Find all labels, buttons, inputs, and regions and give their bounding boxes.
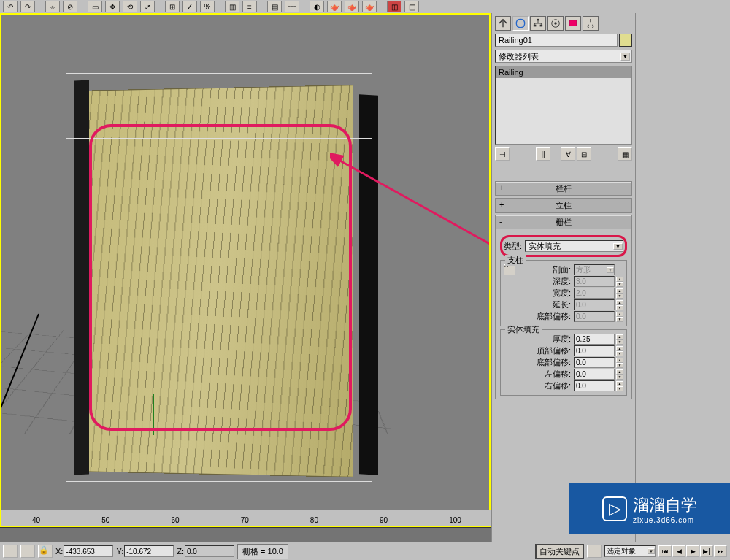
watermark-title: 溜溜自学 [633, 496, 697, 514]
tab-utilities[interactable] [583, 16, 599, 31]
prev-frame-button[interactable]: ◀ [672, 545, 685, 557]
configure-stack-button[interactable]: ▦ [618, 147, 632, 161]
pillar-group: 支柱 ∷ 剖面: 方形 深度: 3.0 ▲▼ 宽度: 2.0 ▲▼ [500, 260, 627, 326]
y-coord-field[interactable] [124, 545, 174, 557]
bottom-offset-label: 底部偏移: [537, 357, 571, 368]
playback-controls: ⏮ ◀ ▶ ▶| ⏭ [658, 545, 727, 557]
top-spin-arrows[interactable]: ▲▼ [616, 346, 623, 356]
set-key-button[interactable] [587, 545, 602, 558]
tool-angle[interactable]: ∠ [182, 1, 197, 12]
svg-point-5 [554, 22, 557, 25]
script-listener-button[interactable] [3, 545, 18, 558]
next-frame-button[interactable]: ▶| [700, 545, 713, 557]
tool-material[interactable]: ◐ [310, 1, 324, 12]
goto-end-button[interactable]: ⏭ [714, 545, 727, 557]
tool-undo[interactable]: ↶ [3, 1, 18, 12]
width-spinner: 2.0 [574, 288, 615, 299]
key-filter-dropdown[interactable]: 选定对象 [604, 545, 656, 557]
tool-snap[interactable]: ⊞ [165, 1, 180, 12]
rollout-fence: -栅栏 类型: 实体填充 支柱 ∷ 剖面: 方形 深度: 3.0 ▲▼ [495, 215, 632, 399]
type-label: 类型: [504, 241, 522, 252]
rollout-header-posts[interactable]: +立柱 [496, 199, 631, 212]
width-label: 宽度: [553, 288, 571, 299]
x-coord-field[interactable] [64, 545, 113, 557]
tool-custom-1[interactable]: ◫ [387, 1, 402, 12]
tool-mirror[interactable]: ▥ [225, 1, 239, 12]
tab-display[interactable] [565, 16, 581, 31]
pillar-group-title: 支柱 [505, 255, 526, 266]
z-coord-field[interactable] [185, 545, 234, 557]
stack-btn-1[interactable]: || [536, 147, 550, 161]
top-offset-spinner[interactable]: 0.0 [574, 345, 615, 356]
svg-rect-6 [569, 20, 577, 26]
play-button[interactable]: ▶ [686, 545, 699, 557]
tool-select[interactable]: ▭ [88, 1, 102, 12]
grid-readout: 栅格 = 10.0 [237, 544, 288, 559]
thickness-spinner[interactable]: 0.25 [574, 334, 615, 345]
tool-render-setup[interactable]: 🫖 [327, 1, 342, 12]
stack-btn-3[interactable]: ⊟ [577, 147, 591, 161]
z-label: Z: [177, 547, 184, 556]
goto-start-button[interactable]: ⏮ [658, 545, 672, 557]
pillar-bottom-spin-arrows: ▲▼ [616, 312, 623, 322]
right-offset-spinner[interactable]: 0.0 [574, 380, 615, 391]
timeline-track[interactable] [0, 527, 491, 542]
tool-layer[interactable]: ▤ [267, 1, 282, 12]
tool-percent[interactable]: % [200, 1, 215, 12]
rollout-railing: +栏杆 [495, 181, 632, 196]
picket-spacing-button[interactable]: ∷ [504, 264, 515, 275]
tool-unlink[interactable]: ⊘ [63, 1, 77, 12]
stack-btn-2[interactable]: ∀ [561, 147, 575, 161]
left-spin-arrows[interactable]: ▲▼ [616, 369, 623, 380]
left-offset-spinner[interactable]: 0.0 [574, 369, 615, 380]
pin-stack-button[interactable]: ⊣ [495, 147, 510, 161]
tool-redo[interactable]: ↷ [20, 1, 35, 12]
tab-create[interactable] [495, 16, 511, 31]
tool-quick-render[interactable]: 🫖 [362, 1, 377, 12]
prompt-button[interactable] [20, 545, 35, 558]
auto-key-button[interactable]: 自动关键点 [535, 544, 584, 559]
type-dropdown[interactable]: 实体填充 [525, 240, 623, 252]
svg-rect-1 [537, 19, 539, 21]
tool-move[interactable]: ✥ [105, 1, 120, 12]
thick-spin-arrows[interactable]: ▲▼ [616, 334, 623, 345]
fill-group-title: 实体填充 [505, 324, 542, 335]
tab-hierarchy[interactable] [530, 16, 546, 31]
object-color-swatch[interactable] [619, 34, 632, 47]
rollout-header-railing[interactable]: +栏杆 [496, 182, 631, 196]
ext-spin-arrows: ▲▼ [616, 300, 623, 310]
axis-x [153, 434, 248, 434]
stack-item-railing[interactable]: Railing [496, 66, 631, 78]
right-spin-arrows[interactable]: ▲▼ [616, 381, 623, 391]
status-bar: 🔒 X: Y: Z: 栅格 = 10.0 自动关键点 选定对象 ⏮ ◀ ▶ ▶|… [0, 542, 730, 560]
watermark-banner: ▷ 溜溜自学 zixue.3d66.com [569, 483, 730, 534]
play-logo-icon: ▷ [602, 496, 627, 521]
profile-label: 剖面: [553, 264, 571, 275]
rollout-header-fence[interactable]: -栅栏 [496, 215, 631, 229]
main-toolbar: ↶ ↷ ⟐ ⊘ ▭ ✥ ⟲ ⤢ ⊞ ∠ % ▥ ≡ ▤ 〰 ◐ 🫖 🫖 🫖 ◫ … [0, 0, 730, 13]
tool-align[interactable]: ≡ [242, 1, 257, 12]
depth-spin-arrows: ▲▼ [616, 277, 623, 287]
perspective-viewport[interactable]: 405060708090100 [0, 13, 491, 527]
pillar-bottom-spinner: 0.0 [574, 311, 615, 322]
tool-scale[interactable]: ⤢ [140, 1, 155, 12]
svg-rect-2 [534, 25, 537, 27]
modifier-list-dropdown[interactable]: 修改器列表 [495, 50, 632, 63]
lock-icon[interactable]: 🔒 [38, 545, 53, 558]
bot-spin-arrows[interactable]: ▲▼ [616, 358, 623, 368]
modifier-stack[interactable]: Railing [495, 66, 632, 145]
tool-rotate[interactable]: ⟲ [123, 1, 137, 12]
rollout-posts: +立柱 [495, 198, 632, 213]
tool-render[interactable]: 🫖 [345, 1, 359, 12]
tab-modify[interactable] [512, 16, 529, 31]
tab-motion[interactable] [548, 16, 564, 31]
annotation-arrow [330, 152, 489, 283]
object-name-field[interactable] [495, 34, 618, 47]
tool-link[interactable]: ⟐ [45, 1, 60, 12]
command-panel: 修改器列表 Railing ⊣ || ∀ ⊟ ▦ +栏杆 +立柱 -栅栏 类型:… [491, 13, 635, 542]
watermark-sub: zixue.3d66.com [633, 516, 697, 524]
bottom-offset-spinner[interactable]: 0.0 [574, 357, 615, 368]
tool-curve-editor[interactable]: 〰 [285, 1, 299, 12]
thickness-label: 厚度: [553, 334, 571, 345]
tool-custom-2[interactable]: ◫ [404, 1, 419, 12]
